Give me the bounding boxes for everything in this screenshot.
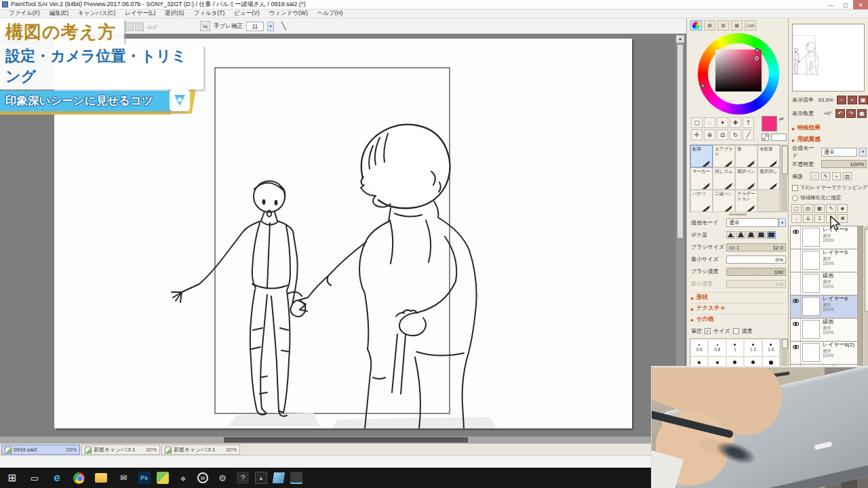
lasso-tool-icon[interactable]: ◌ [704, 117, 715, 128]
brush-preset[interactable]: 選択ペン [735, 167, 757, 190]
file-explorer-icon[interactable] [95, 473, 107, 483]
brush-preset[interactable]: 選択消し [757, 167, 780, 190]
help-icon[interactable]: ? [237, 472, 249, 484]
reset-view-tool-icon[interactable]: ↻ [730, 129, 741, 140]
secondary-color-swatch[interactable] [771, 134, 787, 141]
angle-reset-button[interactable]: ▣ [857, 109, 867, 118]
brush-preset[interactable]: マーカー [690, 167, 713, 190]
copy-down-icon[interactable]: ↧ [814, 214, 825, 223]
map-app-icon[interactable] [157, 472, 169, 484]
layer-extra-toggle[interactable] [791, 238, 800, 249]
edge-shape-buttons[interactable] [726, 231, 776, 239]
menu-item[interactable]: レイヤー(L) [120, 9, 160, 18]
brush-preset[interactable]: 水彩筆 [757, 145, 780, 167]
merge-down-icon[interactable]: ⇊ [803, 214, 813, 223]
line-tool-icon[interactable]: ╲ [281, 22, 286, 30]
menu-item[interactable]: ファイル(F) [4, 9, 45, 18]
start-icon[interactable]: ⊞ [4, 470, 20, 486]
layer-visibility-toggle[interactable] [791, 272, 800, 284]
transparent-color-icon[interactable] [762, 134, 769, 141]
copy-layer-icon[interactable]: ▣ [814, 204, 825, 213]
layer-row[interactable]: レイヤー8 通常 100% [791, 296, 857, 319]
section-paper[interactable]: ▶用紙質感 [792, 134, 867, 145]
min-size-slider[interactable]: 0% [726, 256, 786, 264]
zoom-tool-icon[interactable]: ⊕ [704, 129, 715, 140]
layer-visibility-toggle[interactable] [791, 249, 800, 261]
layer-row[interactable]: レイヤー8(2) 通常 100% [791, 342, 857, 365]
drawing-mode-select[interactable]: 通常 [726, 218, 778, 227]
clipping-checkbox[interactable] [792, 185, 798, 191]
photos-icon[interactable]: ▲ [255, 472, 267, 484]
section-other[interactable]: ▶その他 [691, 314, 786, 324]
mail-icon[interactable]: ✉ [115, 470, 132, 486]
layer-extra-toggle[interactable] [791, 261, 800, 272]
3d-app-icon[interactable] [273, 472, 285, 483]
zoom-out-button[interactable]: − [837, 96, 846, 104]
brush-preset[interactable]: 二値ペン [713, 190, 735, 212]
shelf-scrollbar[interactable] [781, 144, 787, 212]
panel-drag-handle[interactable] [729, 214, 747, 216]
vertical-scroll-thumb[interactable] [677, 44, 684, 239]
dropdown-icon[interactable]: ▼ [778, 218, 786, 227]
lab-sliders-icon[interactable]: Lab [745, 20, 756, 30]
opacity-slider[interactable]: 100% [821, 160, 867, 168]
section-effects[interactable]: ▶特殊効果 [792, 123, 867, 134]
canvas-tab[interactable]: 0919.sai2 33% [1, 445, 80, 455]
layer-row[interactable]: 線画 通常 100% [791, 319, 857, 342]
layer-visibility-toggle[interactable] [791, 319, 800, 330]
section-shape[interactable]: ▶形状 [691, 292, 786, 302]
rotate-ccw-button[interactable]: ↶ [835, 109, 845, 118]
magic-wand-tool-icon[interactable]: ✦ [717, 117, 728, 128]
hue-marker[interactable] [701, 83, 705, 88]
density-slider[interactable]: 100 [726, 268, 786, 276]
brush-preset[interactable]: バケツ [690, 190, 713, 212]
stabilizer-dropdown-icon[interactable]: ▼ [267, 22, 274, 31]
new-layer-icon[interactable]: ▢ [791, 204, 802, 213]
brush-preset[interactable]: 鉛筆 [690, 145, 713, 167]
region-source-checkbox[interactable] [792, 195, 798, 201]
transfer-down-icon[interactable]: ↓ [791, 214, 802, 223]
layer-row[interactable]: レイヤー5 通常 100% [791, 249, 857, 272]
eyedropper-tool-icon[interactable]: ╱ [743, 129, 754, 140]
rgb-sliders-icon[interactable]: ▤ [704, 20, 715, 30]
menu-item[interactable]: ビュー(V) [229, 9, 264, 18]
menu-item[interactable]: フィルタ(T) [189, 9, 230, 18]
section-texture[interactable]: ▶テクスチャ [691, 303, 786, 313]
size-preset[interactable]: 0.8 [708, 339, 726, 357]
mask-icon[interactable]: ■ [837, 204, 848, 213]
brush-preset[interactable]: 筆 [735, 145, 757, 167]
layer-extra-toggle[interactable] [791, 307, 800, 319]
layer-row[interactable]: レイヤー9 通常 100% [791, 226, 857, 249]
photoshop-icon[interactable]: Ps [138, 472, 151, 485]
minimize-button[interactable]: — [823, 0, 838, 9]
size-preset[interactable]: 0.6 [690, 339, 708, 357]
color-mixer-icon[interactable]: ▦ [731, 20, 743, 30]
rotate-cw-button[interactable]: ↷ [846, 109, 856, 118]
settings-icon[interactable]: ⚙ [214, 470, 231, 486]
sai-icon[interactable] [290, 472, 302, 484]
text-tool-icon[interactable]: T [743, 117, 754, 128]
dropdown-icon[interactable]: ▼ [859, 148, 867, 157]
saturation-value-square[interactable] [715, 49, 762, 92]
protect-move-icon[interactable]: + [832, 172, 841, 180]
blend-mode-select[interactable]: 通常 [821, 148, 857, 157]
layer-visibility-toggle[interactable] [791, 226, 800, 238]
layer-extra-toggle[interactable] [791, 353, 800, 365]
wacom-icon[interactable]: w [197, 472, 208, 483]
layer-visibility-toggle[interactable] [791, 296, 800, 307]
pan-tool-icon[interactable]: ✛ [691, 129, 703, 140]
scroll-up-icon[interactable]: ▲ [676, 35, 684, 43]
primary-color-swatch[interactable] [762, 116, 777, 131]
pressure-density-checkbox[interactable] [733, 328, 739, 334]
new-folder-icon[interactable]: ▤ [803, 204, 813, 213]
navigator[interactable] [792, 24, 865, 92]
menu-item[interactable]: ヘルプ(H) [313, 9, 348, 18]
zoom-in-button[interactable]: + [848, 96, 857, 104]
layer-extra-toggle[interactable] [791, 284, 800, 296]
edge-icon[interactable]: e [49, 470, 65, 486]
protect-opacity-icon[interactable]: ✎ [821, 172, 830, 180]
widget-icon[interactable]: ◆ [175, 470, 191, 486]
rotate-view-tool-icon[interactable]: Ω [717, 129, 728, 140]
horizontal-scroll-thumb[interactable] [224, 437, 468, 443]
layer-row[interactable]: 線画 通常 100% [791, 272, 857, 296]
